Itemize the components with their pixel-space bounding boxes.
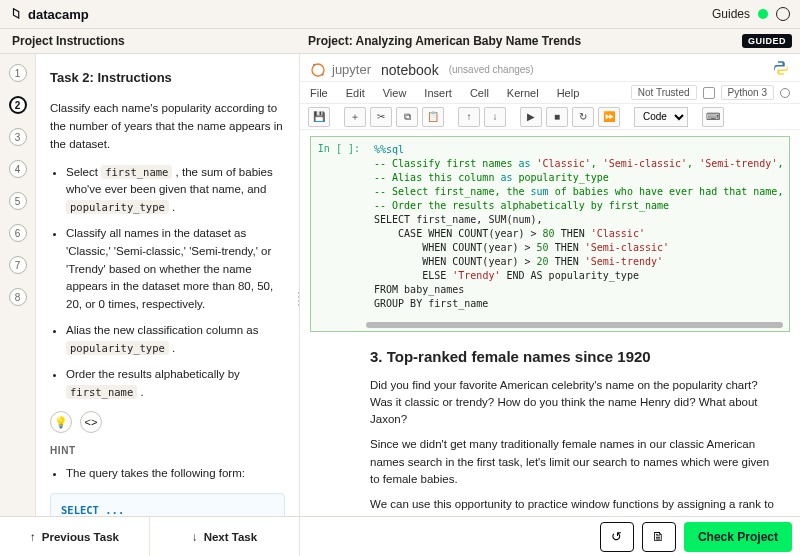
menu-view[interactable]: View <box>383 87 407 99</box>
menu-cell[interactable]: Cell <box>470 87 489 99</box>
arrow-up-icon: ↑ <box>30 531 36 543</box>
run-button[interactable]: ▶ <box>520 107 542 127</box>
notebook-scroll[interactable]: In [ ]: %%sql -- Classify first names as… <box>300 130 800 516</box>
move-down-button[interactable]: ↓ <box>484 107 506 127</box>
topbar-right: Guides <box>712 7 790 21</box>
arrow-up-icon: ↑ <box>467 112 472 122</box>
datacamp-icon <box>10 7 24 21</box>
celltype-select[interactable]: Code <box>634 107 688 127</box>
notebook-status: (unsaved changes) <box>449 64 534 75</box>
step-8[interactable]: 8 <box>9 288 27 306</box>
main-area: 1 2 3 4 5 6 7 8 Task 2: Instructions Cla… <box>0 54 800 516</box>
kernel-indicator[interactable]: Python 3 <box>721 85 774 100</box>
arrow-down-icon: ↓ <box>493 112 498 122</box>
bullet-3: Alias the new classification column as p… <box>66 322 285 358</box>
instructions-header: Project Instructions <box>0 34 300 48</box>
bullet-2: Classify all names in the dataset as 'Cl… <box>66 225 285 314</box>
step-column: 1 2 3 4 5 6 7 8 <box>0 54 36 516</box>
header-row: Project Instructions Project: Analyzing … <box>0 28 800 54</box>
jupyter-header: jupyter notebook (unsaved changes) <box>300 54 800 82</box>
cell-1-prompt: In [ ]: <box>311 137 366 331</box>
notebook-name[interactable]: notebook <box>381 62 439 78</box>
paste-button[interactable]: 📋 <box>422 107 444 127</box>
command-palette-button[interactable]: ⌨ <box>702 107 724 127</box>
menu-help[interactable]: Help <box>557 87 580 99</box>
svg-point-2 <box>322 73 324 75</box>
brand-text: datacamp <box>28 7 89 22</box>
hint-codebox: SELECT ... CASE WHEN ... <box>50 493 285 516</box>
python-logo-icon <box>772 59 790 81</box>
menu-insert[interactable]: Insert <box>424 87 452 99</box>
interrupt-button[interactable]: ■ <box>546 107 568 127</box>
brand-logo[interactable]: datacamp <box>10 7 89 22</box>
step-2[interactable]: 2 <box>9 96 27 114</box>
instructions-panel: Task 2: Instructions Classify each name'… <box>36 54 300 516</box>
arrow-down-icon: ↓ <box>192 531 198 543</box>
hint-bulb-button[interactable]: 💡 <box>50 411 72 433</box>
move-up-button[interactable]: ↑ <box>458 107 480 127</box>
step-5[interactable]: 5 <box>9 192 27 210</box>
jupyter-logo[interactable]: jupyter <box>310 62 371 78</box>
menu-file[interactable]: File <box>310 87 328 99</box>
undo-icon: ↺ <box>611 529 622 544</box>
hint-label: HINT <box>50 443 285 459</box>
keyboard-icon: ⌨ <box>706 112 720 122</box>
bullet-1: Select first_name , the sum of babies wh… <box>66 164 285 217</box>
menu-kernel[interactable]: Kernel <box>507 87 539 99</box>
task-bullets: Select first_name , the sum of babies wh… <box>50 164 285 402</box>
save-button[interactable]: 💾 <box>308 107 330 127</box>
paste-icon: 📋 <box>427 112 439 122</box>
step-6[interactable]: 6 <box>9 224 27 242</box>
jupyter-menubar: File Edit View Insert Cell Kernel Help N… <box>300 82 800 104</box>
next-task-button[interactable]: ↓ Next Task <box>150 517 300 556</box>
project-title: Project: Analyzing American Baby Name Tr… <box>308 34 581 48</box>
step-1[interactable]: 1 <box>9 64 27 82</box>
fast-forward-icon: ⏩ <box>603 112 615 122</box>
hint-bullet: The query takes the following form: <box>66 465 285 483</box>
guides-link[interactable]: Guides <box>712 7 750 21</box>
code-popularity-type: popularity_type <box>66 200 169 214</box>
jupyter-icon <box>310 62 326 78</box>
kernel-idle-icon <box>780 88 790 98</box>
plus-icon: ＋ <box>350 112 360 122</box>
note-icon: 🗎 <box>652 529 665 544</box>
menu-edit[interactable]: Edit <box>346 87 365 99</box>
jupyter-toolbar: 💾 ＋ ✂ ⧉ 📋 ↑ ↓ ▶ ■ ↻ ⏩ Code ⌨ <box>300 104 800 130</box>
copy-button[interactable]: ⧉ <box>396 107 418 127</box>
copy-icon: ⧉ <box>404 112 411 122</box>
bullet-4: Order the results alphabetically by firs… <box>66 366 285 402</box>
save-icon: 💾 <box>313 112 325 122</box>
edit-icon[interactable] <box>703 87 715 99</box>
md-p3: We can use this opportunity to practice … <box>370 496 780 516</box>
step-3[interactable]: 3 <box>9 128 27 146</box>
previous-task-button[interactable]: ↑ Previous Task <box>0 517 150 556</box>
step-7[interactable]: 7 <box>9 256 27 274</box>
task-title: Task 2: Instructions <box>50 68 285 88</box>
md-heading: 3. Top-ranked female names since 1920 <box>370 346 780 369</box>
add-cell-button[interactable]: ＋ <box>344 107 366 127</box>
md-p2: Since we didn't get many traditionally f… <box>370 436 780 488</box>
notes-button[interactable]: 🗎 <box>642 522 676 552</box>
reset-button[interactable]: ↺ <box>600 522 634 552</box>
task-intro: Classify each name's popularity accordin… <box>50 100 285 153</box>
step-4[interactable]: 4 <box>9 160 27 178</box>
cut-button[interactable]: ✂ <box>370 107 392 127</box>
check-project-button[interactable]: Check Project <box>684 522 792 552</box>
restart-run-button[interactable]: ⏩ <box>598 107 620 127</box>
cell-1-code[interactable]: %%sql -- Classify first names as 'Classi… <box>366 137 789 331</box>
markdown-cell[interactable]: 3. Top-ranked female names since 1920 Di… <box>310 342 790 516</box>
trust-indicator[interactable]: Not Trusted <box>631 85 697 100</box>
guided-badge: GUIDED <box>742 34 792 48</box>
refresh-icon: ↻ <box>579 112 587 122</box>
restart-button[interactable]: ↻ <box>572 107 594 127</box>
code-first-name: first_name <box>101 165 172 179</box>
stop-icon: ■ <box>554 112 560 122</box>
status-indicator-icon <box>758 9 768 19</box>
hint-code-button[interactable]: <> <box>80 411 102 433</box>
code-cell-1[interactable]: In [ ]: %%sql -- Classify first names as… <box>310 136 790 332</box>
app-topbar: datacamp Guides <box>0 0 800 28</box>
timer-icon[interactable] <box>776 7 790 21</box>
notebook-panel: jupyter notebook (unsaved changes) File … <box>300 54 800 516</box>
play-icon: ▶ <box>527 112 535 122</box>
md-p1: Did you find your favorite American cele… <box>370 377 780 429</box>
